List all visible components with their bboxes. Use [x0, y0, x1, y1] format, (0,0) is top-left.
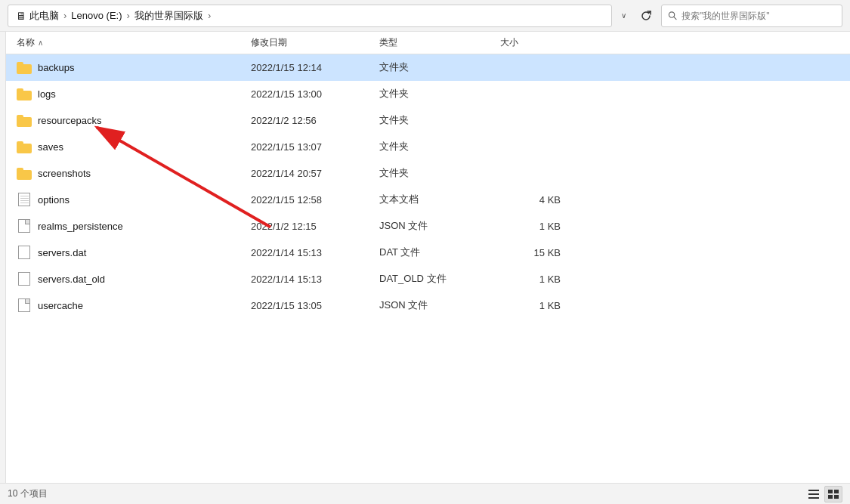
file-size: 15 KB	[500, 247, 576, 258]
file-name: screenshots	[38, 168, 251, 179]
main-content: 名称 ∧ 修改日期 类型 大小 backups 2022/1/15 12:14 …	[6, 32, 850, 483]
col-header-size[interactable]: 大小	[500, 36, 576, 49]
file-name: usercache	[38, 300, 251, 311]
address-dropdown-btn[interactable]: ∨	[617, 10, 631, 21]
folder-icon	[17, 87, 32, 100]
status-bar: 10 个项目	[0, 483, 850, 504]
file-date: 2022/1/15 13:05	[251, 300, 379, 311]
search-box[interactable]	[661, 5, 842, 27]
svg-rect-10	[834, 495, 839, 499]
file-name: logs	[38, 88, 251, 100]
file-name: servers.dat_old	[38, 274, 251, 285]
table-row[interactable]: servers.dat 2022/1/14 15:13 DAT 文件 15 KB	[6, 240, 850, 266]
folder-icon	[17, 166, 32, 180]
file-date: 2022/1/2 12:15	[251, 221, 379, 232]
sep-1: ›	[63, 10, 66, 21]
list-view-icon	[808, 490, 819, 499]
file-name: backups	[38, 62, 251, 73]
item-count: 10 个项目	[8, 487, 48, 500]
file-type: 文本文档	[379, 193, 500, 206]
table-row[interactable]: usercache 2022/1/15 13:05 JSON 文件 1 KB	[6, 292, 850, 319]
file-type: DAT 文件	[379, 246, 500, 259]
svg-rect-5	[808, 493, 819, 495]
svg-rect-4	[808, 490, 819, 491]
table-row[interactable]: options 2022/1/15 12:58 文本文档 4 KB	[6, 187, 850, 213]
view-buttons	[805, 486, 842, 502]
file-size: 4 KB	[500, 194, 576, 206]
folder-icon	[17, 113, 32, 127]
file-type: 文件夹	[379, 87, 500, 100]
svg-rect-6	[808, 497, 819, 499]
svg-rect-9	[828, 495, 833, 499]
details-view-icon	[828, 490, 839, 499]
file-type: 文件夹	[379, 113, 500, 127]
file-date: 2022/1/2 12:56	[251, 115, 379, 126]
sort-arrow-name: ∧	[38, 39, 43, 47]
table-row[interactable]: logs 2022/1/15 13:00 文件夹	[6, 81, 850, 107]
file-type: JSON 文件	[379, 298, 500, 312]
file-type: 文件夹	[379, 166, 500, 180]
refresh-icon	[641, 11, 651, 21]
file-list: backups 2022/1/15 12:14 文件夹 logs 2022/1/…	[6, 54, 850, 319]
file-name: realms_persistence	[38, 221, 251, 232]
breadcrumb-item-folder[interactable]: 我的世界国际版	[134, 9, 203, 23]
file-name: resourcepacks	[38, 115, 251, 126]
json-file-icon	[17, 218, 32, 233]
search-input[interactable]	[682, 11, 836, 21]
file-type: 文件夹	[379, 60, 500, 74]
breadcrumb-area[interactable]: 🖥 此电脑 › Lenovo (E:) › 我的世界国际版 ›	[8, 5, 612, 27]
file-date: 2022/1/14 15:13	[251, 247, 379, 258]
file-name: options	[38, 194, 251, 206]
address-bar: 🖥 此电脑 › Lenovo (E:) › 我的世界国际版 › ∨	[0, 0, 850, 32]
table-row[interactable]: realms_persistence 2022/1/2 12:15 JSON 文…	[6, 213, 850, 240]
refresh-button[interactable]	[635, 5, 657, 26]
table-row[interactable]: backups 2022/1/15 12:14 文件夹	[6, 54, 850, 81]
file-size: 1 KB	[500, 300, 576, 311]
generic-file-icon	[17, 245, 32, 260]
txt-file-icon	[17, 192, 32, 207]
sep-2: ›	[127, 10, 130, 21]
sep-3: ›	[208, 10, 211, 21]
breadcrumb-item-drive[interactable]: Lenovo (E:)	[71, 10, 122, 21]
table-row[interactable]: servers.dat_old 2022/1/14 15:13 DAT_OLD …	[6, 266, 850, 292]
json-file-icon	[17, 298, 32, 313]
folder-icon	[17, 60, 32, 74]
file-type: JSON 文件	[379, 219, 500, 233]
file-size: 1 KB	[500, 274, 576, 285]
file-type: DAT_OLD 文件	[379, 272, 500, 286]
col-header-type[interactable]: 类型	[379, 36, 500, 49]
explorer-window: 🖥 此电脑 › Lenovo (E:) › 我的世界国际版 › ∨	[0, 0, 850, 504]
column-headers: 名称 ∧ 修改日期 类型 大小	[6, 32, 850, 54]
file-date: 2022/1/15 13:07	[251, 141, 379, 153]
view-details-button[interactable]	[824, 486, 842, 502]
file-date: 2022/1/14 20:57	[251, 168, 379, 179]
view-list-button[interactable]	[805, 486, 823, 502]
generic-file-icon	[17, 271, 32, 286]
file-size: 1 KB	[500, 221, 576, 232]
file-name: saves	[38, 141, 251, 153]
folder-icon	[17, 140, 32, 153]
table-row[interactable]: resourcepacks 2022/1/2 12:56 文件夹	[6, 107, 850, 134]
file-date: 2022/1/15 12:14	[251, 62, 379, 73]
nav-panel-edge	[0, 32, 6, 483]
file-name: servers.dat	[38, 247, 251, 258]
file-type: 文件夹	[379, 140, 500, 153]
svg-rect-7	[828, 490, 833, 493]
breadcrumb-item-computer[interactable]: 此电脑	[29, 9, 59, 23]
svg-rect-8	[834, 490, 839, 493]
computer-icon: 🖥	[16, 10, 26, 22]
file-list-container: backups 2022/1/15 12:14 文件夹 logs 2022/1/…	[6, 54, 850, 483]
col-header-name[interactable]: 名称 ∧	[17, 36, 251, 49]
col-header-date[interactable]: 修改日期	[251, 36, 379, 49]
content-area: 名称 ∧ 修改日期 类型 大小 backups 2022/1/15 12:14 …	[0, 32, 850, 483]
file-date: 2022/1/15 13:00	[251, 88, 379, 100]
table-row[interactable]: screenshots 2022/1/14 20:57 文件夹	[6, 160, 850, 187]
file-date: 2022/1/14 15:13	[251, 274, 379, 285]
svg-line-1	[674, 17, 676, 19]
table-row[interactable]: saves 2022/1/15 13:07 文件夹	[6, 134, 850, 160]
file-date: 2022/1/15 12:58	[251, 194, 379, 206]
search-icon	[668, 11, 677, 20]
